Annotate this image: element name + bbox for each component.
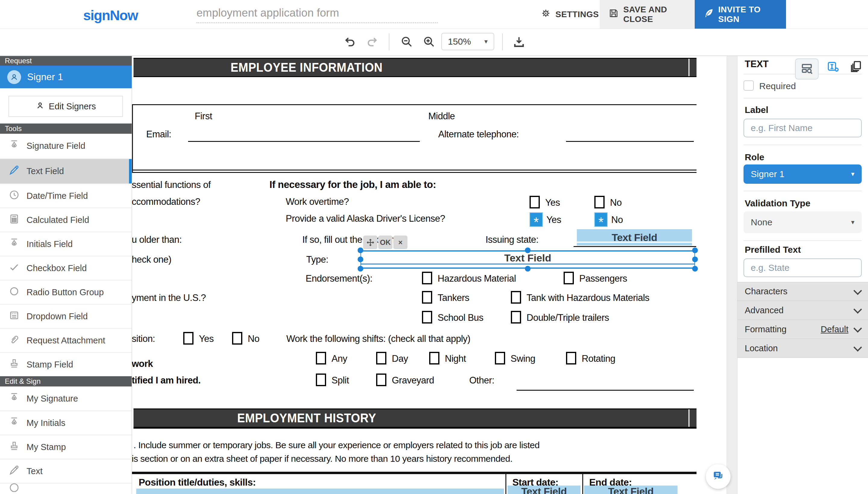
required-checkbox[interactable] (743, 80, 754, 91)
signnow-logo: signNow (83, 7, 138, 23)
pages-copy-icon[interactable] (849, 60, 863, 73)
checkbox[interactable] (422, 291, 432, 304)
undo-icon[interactable] (344, 35, 357, 49)
app-header: signNow employment application form SETT… (0, 0, 868, 29)
workspace-scrollbar[interactable] (726, 56, 737, 494)
panel-divider (743, 240, 862, 241)
text-field-placed[interactable]: Text Field (584, 486, 678, 494)
endorsement-option: Passengers (579, 273, 627, 284)
checkbox[interactable] (316, 352, 326, 364)
checkbox[interactable] (495, 352, 505, 364)
sidebar-item-signature-field[interactable]: Signature Field (0, 134, 132, 158)
resize-handle[interactable] (525, 266, 531, 272)
zoom-in-icon[interactable] (423, 35, 436, 49)
sidebar-item-my-stamp[interactable]: My Stamp (0, 435, 132, 459)
checkbox[interactable] (376, 352, 386, 364)
resize-handle[interactable] (358, 266, 364, 272)
zoom-out-icon[interactable] (400, 35, 413, 49)
sidebar-item-partial[interactable] (0, 483, 132, 494)
sidebar-item-calculated-field[interactable]: Calculated Field (0, 208, 132, 232)
endorsement-option: Tank with Hazardous Materials (527, 292, 649, 303)
first-label: First (195, 111, 212, 122)
zoom-level-select[interactable]: 150% ▾ (441, 33, 494, 50)
sidebar-item-text-field[interactable]: Text Field (0, 158, 132, 184)
move-handle[interactable] (363, 235, 377, 249)
check-icon (8, 262, 20, 275)
accordion-advanced[interactable]: Advanced (738, 301, 868, 320)
checkbox[interactable] (429, 352, 439, 364)
checkbox[interactable] (376, 374, 386, 386)
validation-type-select[interactable]: None ▾ (743, 211, 862, 233)
label-input[interactable] (743, 119, 862, 137)
text-field-placed[interactable] (136, 489, 504, 494)
sidebar-item-dropdown-field[interactable]: Dropdown Field (0, 304, 132, 328)
checkbox[interactable] (511, 311, 521, 324)
text-field-placed-issuing-state[interactable]: Text Field (577, 229, 692, 246)
edit-signers-button[interactable]: Edit Signers (8, 96, 123, 117)
sidebar-item-text[interactable]: Text (0, 459, 132, 483)
left-sidebar: Request Signer 1 Edit Signers Tools (0, 56, 132, 494)
sidebar-item-my-initials[interactable]: My Initials (0, 411, 132, 435)
resize-handle[interactable] (692, 266, 698, 272)
ok-mini-button[interactable]: OK (378, 235, 392, 249)
sidebar-item-date-time-field[interactable]: Date/Time Field (0, 184, 132, 208)
section-title: EMPLOYEE INFORMATION (230, 60, 383, 75)
radio-circle-icon (8, 286, 20, 299)
sidebar-item-initials-field[interactable]: Initials Field (0, 232, 132, 256)
resize-handle[interactable] (358, 248, 364, 253)
text-field-placed[interactable]: Text Field (507, 486, 580, 494)
sidebar-item-radio-button-group[interactable]: Radio Button Group (0, 280, 132, 304)
text-field-settings-icon[interactable] (826, 60, 840, 73)
checkbox[interactable] (594, 196, 605, 208)
bar-seam (688, 59, 689, 76)
endorsement-option: Hazardous Material (438, 273, 516, 284)
download-icon[interactable] (512, 35, 525, 49)
document-title-input[interactable]: employment application form (197, 7, 438, 23)
prefilled-text-input[interactable] (743, 259, 862, 277)
checkbox[interactable] (232, 332, 242, 345)
accordion-characters[interactable]: Characters (738, 282, 868, 301)
checkbox[interactable] (530, 196, 540, 208)
formatting-default-link[interactable]: Default (821, 324, 848, 334)
checkbox[interactable] (564, 272, 574, 284)
sidebar-item-my-signature[interactable]: My Signature (0, 386, 132, 411)
accordion-location[interactable]: Location (738, 339, 868, 358)
endorsements-label: Endorsement(s): (306, 273, 372, 284)
role-select[interactable]: Signer 1 ▾ (743, 165, 862, 184)
resize-handle[interactable] (692, 248, 698, 253)
save-and-close-button[interactable]: SAVE AND CLOSE (600, 0, 695, 28)
sidebar-item-stamp-field[interactable]: Stamp Field (0, 352, 132, 376)
checkbox[interactable] (422, 272, 432, 284)
field-type-title: TEXT (745, 59, 769, 70)
text-field-label: Text Field (608, 486, 653, 494)
request-header-label: Request (5, 57, 32, 65)
checkbox[interactable] (183, 332, 193, 345)
checkbox[interactable] (566, 352, 576, 364)
accordion-label: Location (745, 343, 778, 353)
close-icon[interactable]: × (393, 235, 407, 249)
support-chat-button[interactable] (706, 464, 731, 489)
history-paragraph: is section or on an extra sheet of paper… (132, 454, 512, 464)
checkbox[interactable] (422, 311, 432, 324)
required-checkbox-field[interactable]: * (594, 212, 608, 227)
sidebar-item-request-attachment[interactable]: Request Attachment (0, 328, 132, 352)
resize-handle[interactable] (358, 256, 364, 262)
resize-handle[interactable] (525, 248, 531, 253)
fields-overview-button[interactable] (795, 58, 818, 79)
endorsement-option: School Bus (438, 312, 483, 323)
accordion-formatting[interactable]: Formatting Default (738, 320, 868, 339)
invite-to-sign-button[interactable]: INVITE TO SIGN (695, 0, 786, 28)
accordion-label: Formatting (745, 324, 787, 334)
checkbox[interactable] (511, 291, 521, 304)
checkbox[interactable] (316, 374, 326, 386)
resize-handle[interactable] (692, 256, 698, 262)
settings-button[interactable]: SETTINGS (532, 0, 607, 28)
chevron-down-icon (853, 324, 862, 332)
dropdown-list-icon (8, 310, 20, 323)
required-checkbox-field[interactable]: * (530, 212, 543, 227)
signer-1-row[interactable]: Signer 1 (0, 66, 132, 88)
sidebar-item-checkbox-field[interactable]: Checkbox Field (0, 256, 132, 280)
signer-avatar (7, 70, 21, 84)
redo-icon[interactable] (365, 35, 378, 49)
blank-line (517, 390, 694, 391)
